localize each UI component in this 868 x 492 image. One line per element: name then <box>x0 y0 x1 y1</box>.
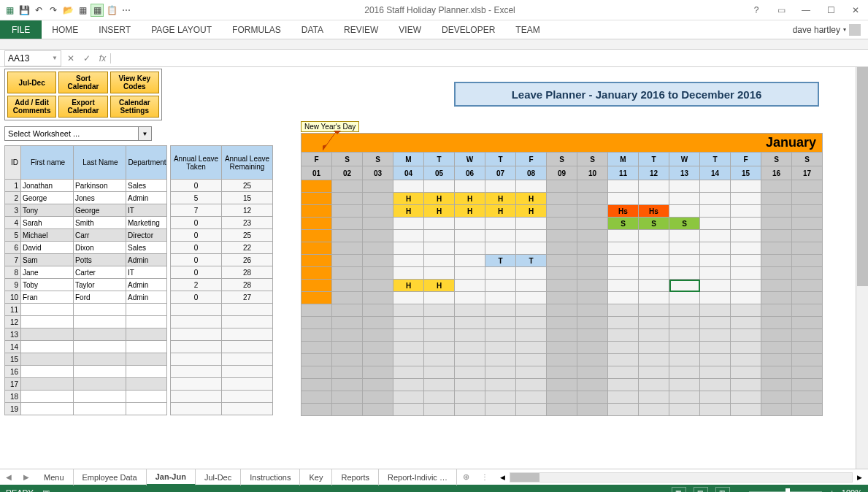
calendar-cell[interactable] <box>608 280 639 292</box>
calendar-cell[interactable] <box>393 292 424 304</box>
calendar-cell[interactable] <box>516 267 547 280</box>
calendar-cell[interactable] <box>455 230 485 242</box>
calendar-cell[interactable] <box>302 342 332 354</box>
calendar-cell[interactable] <box>516 218 547 230</box>
calendar-cell[interactable] <box>516 230 547 242</box>
user-menu[interactable]: dave hartley ▾ <box>786 20 868 39</box>
calendar-cell[interactable] <box>424 292 455 304</box>
table-row[interactable]: 7SamPottsAdmin <box>5 254 167 266</box>
calendar-cell[interactable] <box>761 255 792 267</box>
calendar-cell[interactable] <box>761 230 792 242</box>
calendar-cell[interactable] <box>485 230 516 242</box>
calendar-cell[interactable] <box>577 379 608 391</box>
calendar-cell[interactable] <box>792 280 823 292</box>
calendar-cell[interactable]: H <box>455 193 485 205</box>
calendar-cell[interactable] <box>363 280 393 292</box>
calendar-cell[interactable] <box>639 242 669 255</box>
open-icon[interactable]: 📂 <box>61 4 74 17</box>
calendar-cell[interactable] <box>393 379 424 391</box>
calendar-cell[interactable] <box>516 292 547 304</box>
calendar-cell[interactable] <box>485 292 516 304</box>
table-row[interactable]: 9TobyTaylorAdmin <box>5 279 167 291</box>
calendar-cell[interactable] <box>424 255 455 267</box>
calendar-cell[interactable]: S <box>639 218 669 230</box>
calendar-cell[interactable] <box>332 329 363 342</box>
macro-icon[interactable]: ▣ <box>42 488 50 493</box>
calendar-cell[interactable] <box>792 267 823 280</box>
calendar-cell[interactable] <box>577 267 608 280</box>
calendar-cell[interactable] <box>302 366 332 379</box>
calendar-cell[interactable] <box>547 366 577 379</box>
calendar-cell[interactable] <box>363 391 393 404</box>
jul-dec-button[interactable]: Jul-Dec <box>7 72 56 93</box>
calendar-cell[interactable] <box>393 317 424 329</box>
calendar-cell[interactable] <box>577 404 608 416</box>
calendar-cell[interactable]: H <box>424 280 455 292</box>
calendar-cell[interactable] <box>393 329 424 342</box>
scroll-left-icon[interactable]: ◀ <box>500 474 505 481</box>
calendar-cell[interactable] <box>608 329 639 342</box>
calendar-cell[interactable] <box>608 267 639 280</box>
ribbon-tab-page-layout[interactable]: PAGE LAYOUT <box>141 20 222 39</box>
calendar-cell[interactable] <box>485 280 516 292</box>
calendar-cell[interactable] <box>547 354 577 366</box>
close-icon[interactable]: ✕ <box>846 5 865 15</box>
calendar-cell[interactable] <box>761 342 792 354</box>
calendar-cell[interactable]: H <box>393 205 424 218</box>
zoom-out-icon[interactable]: − <box>737 488 742 492</box>
calendar-cell[interactable] <box>669 391 700 404</box>
calendar-cell[interactable] <box>761 329 792 342</box>
undo-icon[interactable]: ↶ <box>32 4 45 17</box>
calendar-cell[interactable] <box>302 391 332 404</box>
calendar-cell[interactable] <box>669 366 700 379</box>
calendar-cell[interactable] <box>639 255 669 267</box>
calendar-cell[interactable] <box>731 304 761 317</box>
table-row[interactable]: 6DavidDixonSales <box>5 242 167 254</box>
calendar-cell[interactable] <box>455 292 485 304</box>
calendar-cell[interactable] <box>792 180 823 193</box>
calendar-cell[interactable] <box>393 230 424 242</box>
calendar-cell[interactable] <box>332 292 363 304</box>
calendar-cell[interactable] <box>424 404 455 416</box>
calendar-cell[interactable] <box>363 304 393 317</box>
calendar-cell[interactable] <box>332 366 363 379</box>
calendar-cell[interactable] <box>332 255 363 267</box>
sheet-tab-instructions[interactable]: Instructions <box>241 469 300 485</box>
table-row[interactable]: 228 <box>171 279 273 291</box>
redo-icon[interactable]: ↷ <box>47 4 60 17</box>
calendar-cell[interactable] <box>516 379 547 391</box>
calendar-cell[interactable] <box>547 304 577 317</box>
calendar-cell[interactable] <box>639 366 669 379</box>
calendar-cell[interactable] <box>608 193 639 205</box>
calendar-cell[interactable] <box>302 354 332 366</box>
calendar-cell[interactable] <box>700 280 731 292</box>
calendar-cell[interactable] <box>761 205 792 218</box>
calendar-cell[interactable]: H <box>516 193 547 205</box>
calendar-cell[interactable]: H <box>455 205 485 218</box>
calendar-cell[interactable] <box>424 304 455 317</box>
calendar-cell[interactable] <box>455 366 485 379</box>
calendar-cell[interactable] <box>332 267 363 280</box>
table-row[interactable]: 15 <box>5 353 167 366</box>
calendar-cell[interactable] <box>608 292 639 304</box>
calendar-cell[interactable] <box>455 317 485 329</box>
more-icon[interactable]: ⋯ <box>120 4 133 17</box>
calendar-cell[interactable] <box>424 218 455 230</box>
calendar-cell[interactable] <box>363 354 393 366</box>
calendar-cell[interactable] <box>731 193 761 205</box>
calendar-cell[interactable] <box>424 366 455 379</box>
table-row[interactable]: 022 <box>171 242 273 254</box>
calendar-cell[interactable] <box>792 304 823 317</box>
calendar-cell[interactable] <box>516 280 547 292</box>
calendar-cell[interactable] <box>455 267 485 280</box>
calendar-cell[interactable] <box>761 218 792 230</box>
calendar-cell[interactable] <box>761 193 792 205</box>
calendar-cell[interactable] <box>700 292 731 304</box>
calendar-cell[interactable]: H <box>516 205 547 218</box>
calendar-row[interactable] <box>302 304 823 317</box>
ribbon-options-icon[interactable]: ▭ <box>772 5 791 15</box>
calendar-cell[interactable] <box>332 304 363 317</box>
calendar-cell[interactable] <box>485 180 516 193</box>
calendar-cell[interactable] <box>332 230 363 242</box>
calendar-cell[interactable] <box>731 280 761 292</box>
